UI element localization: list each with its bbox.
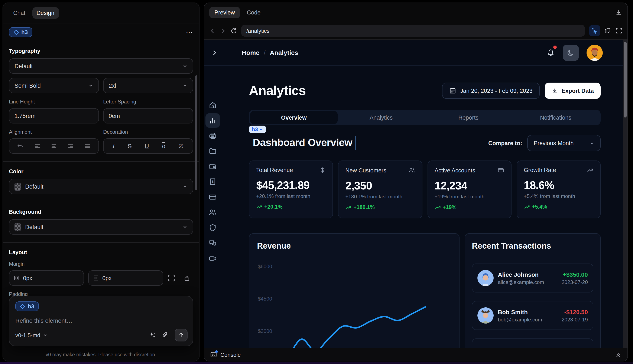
decoration-toolbar: I S U o ∅ <box>103 138 193 154</box>
wallet-icon[interactable] <box>208 162 217 171</box>
tab-notifications[interactable]: Notifications <box>512 111 599 124</box>
tab-code[interactable]: Code <box>242 6 266 18</box>
color-section: Color Default <box>3 168 199 202</box>
selected-element-tag[interactable]: h3 <box>9 27 32 37</box>
transaction-email: bob@example.com <box>498 316 557 322</box>
cursor-sparkle-icon <box>591 28 598 34</box>
back-icon[interactable] <box>209 28 216 34</box>
users-icon[interactable] <box>208 208 217 217</box>
tab-chat[interactable]: Chat <box>9 7 30 19</box>
avatar-image <box>477 270 494 286</box>
console-label: Console <box>220 352 241 358</box>
home-icon[interactable] <box>208 101 217 110</box>
transactions-card: Recent Transactions Alice Johnson alice@… <box>465 233 601 361</box>
url-input[interactable]: /analytics <box>241 25 585 36</box>
more-options-button[interactable]: ⋯ <box>186 28 193 36</box>
send-button[interactable] <box>175 329 187 342</box>
letter-spacing-input[interactable]: 0em <box>103 108 193 124</box>
margin-x-input[interactable]: 0px <box>9 270 84 286</box>
avatar <box>477 270 494 286</box>
printer-icon[interactable] <box>208 132 217 140</box>
background-section: Background Default <box>3 208 199 243</box>
date-range-value: Jan 20, 2023 - Feb 09, 2023 <box>460 88 532 94</box>
preview-scrollbar[interactable] <box>623 40 627 348</box>
sidebar-expand-icon[interactable] <box>211 49 218 56</box>
panel-tab-bar: Chat Design <box>3 3 199 24</box>
fullscreen-icon[interactable] <box>615 27 622 34</box>
align-left-icon[interactable] <box>34 143 40 149</box>
lock-icon[interactable] <box>184 275 190 281</box>
model-select[interactable]: v0-1.5-md <box>15 332 48 338</box>
strikethrough-icon[interactable]: S <box>128 142 132 150</box>
font-weight-select[interactable]: Semi Bold <box>9 78 99 93</box>
messages-icon[interactable] <box>208 239 217 247</box>
expand-sides-icon[interactable] <box>167 274 175 282</box>
tab-preview[interactable]: Preview <box>209 6 240 18</box>
download-icon[interactable] <box>615 9 622 16</box>
date-range-button[interactable]: Jan 20, 2023 - Feb 09, 2023 <box>442 82 540 99</box>
credit-card-icon[interactable] <box>208 193 217 201</box>
video-icon[interactable] <box>208 254 217 263</box>
inspect-cursor-button[interactable] <box>589 25 600 36</box>
composer-input[interactable]: Refine this element… <box>15 317 187 324</box>
chevrons-up-icon[interactable] <box>615 352 621 358</box>
underline-icon[interactable]: U <box>145 142 149 150</box>
line-height-input[interactable]: 1.75rem <box>9 108 99 124</box>
tab-design[interactable]: Design <box>32 7 59 19</box>
align-justify-icon[interactable] <box>84 143 91 149</box>
export-data-button[interactable]: Export Data <box>545 82 601 99</box>
stat-card-active-accounts: Active Accounts 12,234 +19% from last mo… <box>427 160 512 218</box>
theme-toggle-button[interactable] <box>563 44 579 61</box>
breadcrumb: Home / Analytics <box>242 49 298 56</box>
transaction-amount: +$350.00 <box>562 271 588 278</box>
panel-scrollbar[interactable] <box>195 75 197 190</box>
stat-trend: +20.1% <box>264 204 283 210</box>
font-size-select[interactable]: 2xl <box>103 78 193 93</box>
sparkles-icon[interactable] <box>149 332 156 338</box>
preview-navbar: /analytics <box>204 22 627 40</box>
console-bar[interactable]: Console <box>204 348 627 361</box>
scrollbar-thumb[interactable] <box>624 42 626 118</box>
bar-chart-icon[interactable] <box>208 116 217 125</box>
breadcrumb-home[interactable]: Home <box>242 49 259 56</box>
alignment-label: Alignment <box>9 129 99 135</box>
compare-select[interactable]: Previous Month <box>527 135 601 151</box>
align-right-icon[interactable] <box>68 143 74 149</box>
composer-element-tag[interactable]: h3 <box>15 302 39 311</box>
chevron-down-icon <box>182 224 187 230</box>
text-color-select[interactable]: Default <box>9 179 193 194</box>
notification-dot <box>553 45 557 49</box>
margin-y-input[interactable]: 0px <box>88 270 163 286</box>
letter-spacing-label: Letter Spacing <box>103 99 193 105</box>
notifications-button[interactable] <box>546 48 555 57</box>
selected-tag-label: h3 <box>21 29 28 35</box>
selection-tag-badge[interactable]: h3 <box>249 126 266 133</box>
color-heading: Color <box>9 168 193 174</box>
forward-icon[interactable] <box>220 28 226 34</box>
stat-value: 18.6% <box>524 179 593 192</box>
transaction-email: alice@example.com <box>498 279 557 285</box>
italic-icon[interactable]: I <box>113 142 115 150</box>
paperclip-icon[interactable] <box>162 332 169 338</box>
background-color-select[interactable]: Default <box>9 219 193 234</box>
no-decoration-icon[interactable]: ∅ <box>178 142 183 150</box>
chevron-down-icon <box>182 184 187 189</box>
overline-icon[interactable]: o <box>162 142 165 150</box>
tab-analytics[interactable]: Analytics <box>338 111 425 124</box>
align-center-icon[interactable] <box>51 143 57 149</box>
tab-reports[interactable]: Reports <box>425 111 512 124</box>
copy-icon[interactable] <box>604 27 611 34</box>
receipt-dollar-icon[interactable]: $ <box>208 178 217 186</box>
tab-overview[interactable]: Overview <box>250 111 338 124</box>
stat-value: $45,231.89 <box>256 179 326 192</box>
folder-icon[interactable] <box>208 147 217 156</box>
transaction-row[interactable]: Alice Johnson alice@example.com +$350.00… <box>472 264 593 292</box>
font-family-select[interactable]: Default <box>9 58 193 74</box>
user-avatar[interactable] <box>586 44 603 61</box>
transaction-row[interactable]: Bob Smith bob@example.com -$120.50 2023-… <box>472 301 593 330</box>
shield-icon[interactable] <box>208 224 217 232</box>
preview-viewport: Home / Analytics <box>204 40 627 361</box>
refresh-icon[interactable] <box>231 28 237 34</box>
undo-icon[interactable] <box>17 143 24 149</box>
section-heading: Dashboard Overview <box>253 137 352 148</box>
